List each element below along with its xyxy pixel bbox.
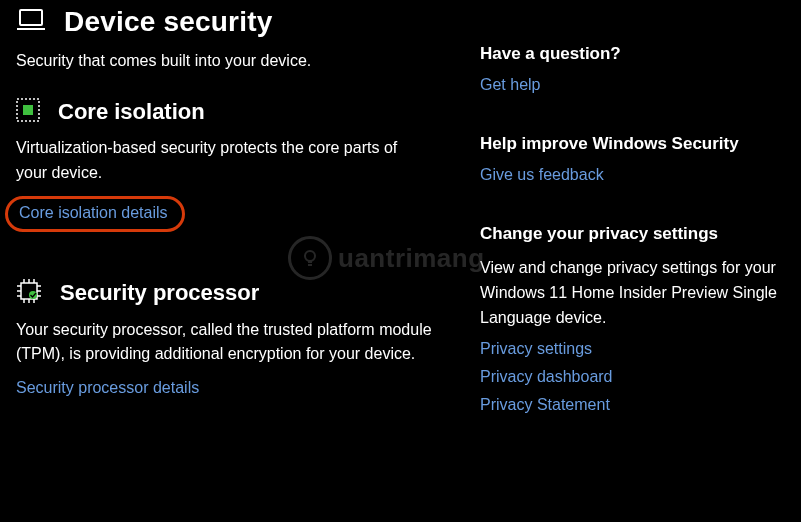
aside-column: Have a question? Get help Help improve W…	[456, 44, 785, 454]
security-processor-section: Security processor Your security process…	[16, 278, 432, 398]
get-help-link[interactable]: Get help	[480, 76, 540, 94]
core-isolation-title: Core isolation	[58, 99, 205, 125]
privacy-block: Change your privacy settings View and ch…	[480, 224, 785, 414]
device-icon	[16, 9, 46, 35]
page-header: Device security	[16, 6, 785, 38]
have-question-block: Have a question? Get help	[480, 44, 785, 94]
core-isolation-desc: Virtualization-based security protects t…	[16, 136, 432, 186]
privacy-desc: View and change privacy settings for you…	[480, 256, 785, 330]
core-isolation-section: Core isolation Virtualization-based secu…	[16, 98, 432, 232]
privacy-statement-link[interactable]: Privacy Statement	[480, 396, 785, 414]
give-feedback-link[interactable]: Give us feedback	[480, 166, 604, 184]
page-title: Device security	[64, 6, 272, 38]
privacy-settings-link[interactable]: Privacy settings	[480, 340, 785, 358]
core-isolation-highlight: Core isolation details	[5, 196, 185, 232]
svg-rect-2	[23, 105, 33, 115]
svg-point-16	[29, 291, 37, 299]
have-question-heading: Have a question?	[480, 44, 785, 64]
security-processor-title: Security processor	[60, 280, 259, 306]
security-processor-details-link[interactable]: Security processor details	[16, 379, 199, 397]
main-column: Core isolation Virtualization-based secu…	[16, 98, 456, 454]
improve-block: Help improve Windows Security Give us fe…	[480, 134, 785, 184]
core-isolation-details-link[interactable]: Core isolation details	[19, 204, 168, 222]
improve-heading: Help improve Windows Security	[480, 134, 785, 154]
privacy-dashboard-link[interactable]: Privacy dashboard	[480, 368, 785, 386]
privacy-heading: Change your privacy settings	[480, 224, 785, 244]
svg-rect-0	[20, 10, 42, 25]
security-processor-desc: Your security processor, called the trus…	[16, 318, 432, 368]
core-isolation-icon	[16, 98, 40, 126]
security-processor-icon	[16, 278, 42, 308]
